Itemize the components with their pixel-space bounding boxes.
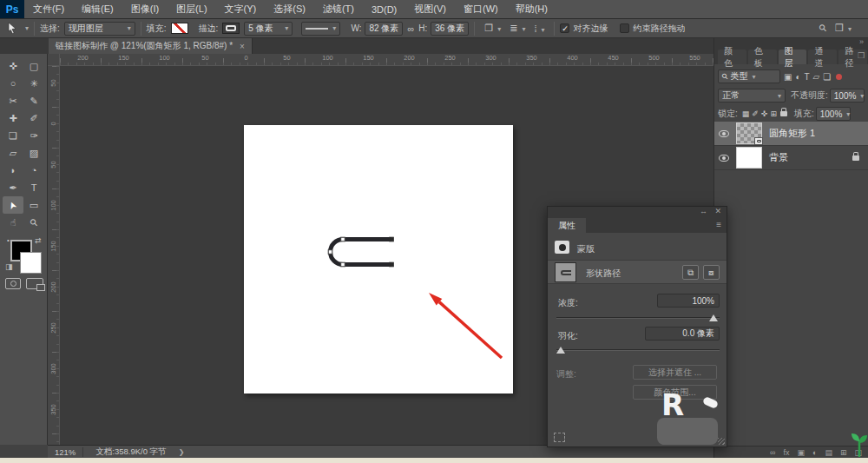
new-layer-icon[interactable]: ⊞ — [840, 448, 847, 457]
filter-pixel-icon[interactable]: ▣ — [784, 72, 792, 82]
add-mask-icon[interactable]: ▣ — [797, 448, 805, 457]
tool-preset-chevron-icon[interactable]: ▾ — [25, 24, 29, 32]
history-brush-tool[interactable]: ✑ — [23, 127, 44, 144]
menu-window[interactable]: 窗口(W) — [455, 0, 507, 19]
filter-type-icon[interactable]: T — [805, 72, 810, 82]
path-select-tool[interactable]: ➤ — [3, 196, 23, 214]
density-value[interactable]: 100% — [657, 294, 720, 308]
filter-adjustment-icon[interactable]: ◐ — [795, 72, 800, 82]
stroke-swatch[interactable] — [222, 23, 240, 34]
select-and-mask-button[interactable]: 选择并遮住 ... — [633, 365, 717, 380]
screen-mode-icon[interactable] — [26, 278, 43, 289]
collapse-panel-icon[interactable]: ↔ — [700, 207, 707, 215]
layer-name[interactable]: 背景 — [769, 151, 788, 164]
layer-row-rounded-rect[interactable]: 圆角矩形 1 — [714, 122, 868, 146]
current-tool-icon[interactable] — [7, 22, 17, 36]
lock-transparent-icon[interactable]: ▦ — [742, 109, 750, 118]
filter-shape-icon[interactable]: ▱ — [813, 72, 820, 82]
visibility-eye-icon[interactable] — [719, 155, 729, 162]
menu-file[interactable]: 文件(F) — [24, 0, 73, 19]
lock-position-icon[interactable]: ✜ — [761, 109, 768, 118]
mask-thumbnail[interactable] — [555, 262, 576, 282]
apply-mask-icon[interactable]: ⧇ — [703, 265, 720, 280]
filter-toggle-icon[interactable] — [836, 74, 842, 80]
density-slider[interactable] — [556, 317, 720, 319]
layer-name[interactable]: 圆角矩形 1 — [769, 127, 815, 140]
ruler-origin-corner[interactable] — [48, 54, 60, 66]
link-dimensions-icon[interactable]: ∞ — [407, 23, 414, 34]
fill-swatch[interactable] — [171, 23, 188, 34]
stroke-width-dropdown[interactable]: 5 像素▾ — [244, 22, 293, 36]
path-arrangement-icon[interactable]: ⁞▾ — [534, 23, 544, 34]
gradient-tool[interactable]: ▨ — [23, 144, 44, 162]
close-icon[interactable]: × — [240, 42, 245, 51]
filter-smartobject-icon[interactable]: ❏ — [823, 72, 831, 82]
swap-colors-icon[interactable]: ⇄ — [35, 236, 42, 245]
clone-stamp-tool[interactable]: ❏ — [3, 127, 23, 144]
menu-image[interactable]: 图像(I) — [122, 0, 168, 19]
zoom-tool[interactable]: ⚲ — [23, 214, 44, 231]
feather-slider-thumb[interactable] — [556, 347, 565, 354]
density-slider-thumb[interactable] — [709, 314, 718, 321]
menu-layer[interactable]: 图层(L) — [168, 0, 215, 19]
blend-mode-dropdown[interactable]: 正常▾ — [718, 89, 786, 103]
layer-fill-dropdown[interactable]: 100%▾ — [816, 107, 851, 121]
path-alignment-icon[interactable]: ≣▾ — [510, 23, 525, 34]
document-canvas[interactable] — [244, 125, 513, 394]
menu-type[interactable]: 文字(Y) — [216, 0, 266, 19]
layer-filter-dropdown[interactable]: ⚲ 类型 ▾ — [718, 69, 780, 83]
magic-wand-tool[interactable]: ✳ — [23, 75, 44, 92]
feather-value[interactable]: 0.0 像素 — [645, 327, 720, 341]
hand-tool[interactable]: ☝ — [3, 214, 23, 231]
menu-help[interactable]: 帮助(H) — [507, 0, 556, 19]
horizontal-ruler[interactable]: 2001501005005010015020025030035040045050… — [60, 54, 713, 66]
document-tab[interactable]: 链接图标制作 @ 121%(圆角矩形 1, RGB/8#) * × — [49, 38, 253, 54]
default-colors-icon[interactable]: ◨ — [5, 262, 13, 271]
adjustment-layer-icon[interactable]: ◐ — [812, 448, 817, 457]
align-edges-checkbox[interactable]: ✓ — [560, 23, 569, 33]
panel-menu-icon[interactable]: ≡ — [716, 220, 721, 229]
type-tool[interactable]: T — [23, 179, 44, 196]
visibility-eye-icon[interactable] — [719, 130, 729, 137]
layer-thumbnail[interactable] — [736, 122, 762, 144]
pen-tool[interactable]: ✒ — [3, 179, 23, 196]
marquee-tool[interactable]: ▢ — [23, 57, 44, 75]
tab-properties[interactable]: 属性 — [548, 218, 586, 233]
group-layers-icon[interactable]: ▤ — [825, 448, 832, 457]
tab-color[interactable]: 颜色 — [718, 50, 746, 64]
move-tool[interactable]: ✜ — [3, 57, 23, 75]
brush-tool[interactable]: ✐ — [23, 109, 44, 127]
vertical-ruler[interactable]: 50050100150200250300350 — [48, 66, 60, 445]
menu-3d[interactable]: 3D(D) — [363, 0, 405, 19]
menu-edit[interactable]: 编辑(E) — [73, 0, 122, 19]
select-mode-dropdown[interactable]: 现用图层▾ — [64, 22, 135, 36]
quick-mask-icon[interactable] — [5, 278, 21, 289]
height-input[interactable]: 36 像素 — [431, 22, 469, 36]
path-operations-icon[interactable]: ❐▾ — [484, 23, 501, 34]
link-layers-icon[interactable]: ∞ — [770, 448, 775, 457]
clip-mask-icon[interactable] — [554, 433, 565, 442]
load-selection-icon[interactable]: ⧉ — [682, 265, 699, 280]
lock-artboard-icon[interactable]: ⊞ — [770, 109, 777, 118]
lasso-tool[interactable]: ○ — [3, 75, 23, 92]
rounded-rect-shape-path[interactable] — [328, 237, 393, 267]
constrain-path-checkbox[interactable] — [620, 23, 629, 33]
resize-grip[interactable] — [718, 438, 725, 445]
panel-options-icon[interactable]: ❒ — [858, 51, 865, 60]
status-expand-icon[interactable]: ❯ — [179, 448, 185, 456]
menu-filter[interactable]: 滤镜(T) — [314, 0, 363, 19]
workspace-icon[interactable]: ❒▾ — [835, 23, 852, 34]
shape-tool[interactable]: ▭ — [23, 196, 44, 214]
eraser-tool[interactable]: ▱ — [3, 144, 23, 162]
dodge-tool[interactable]: ◔ — [23, 162, 44, 179]
zoom-level-field[interactable]: 121% — [48, 447, 83, 457]
menu-view[interactable]: 视图(V) — [405, 0, 455, 19]
crop-tool[interactable]: ✂ — [3, 92, 23, 109]
lock-all-icon[interactable] — [780, 111, 787, 116]
close-icon[interactable]: ✕ — [714, 207, 721, 215]
width-input[interactable]: 82 像素 — [365, 22, 403, 36]
search-icon[interactable]: ⚲ — [817, 22, 830, 35]
healing-brush-tool[interactable]: ✚ — [3, 109, 23, 127]
shape-path-row[interactable]: 形状路径 ⧉ ⧇ — [548, 260, 727, 284]
tab-layers[interactable]: 图层 — [779, 50, 807, 64]
